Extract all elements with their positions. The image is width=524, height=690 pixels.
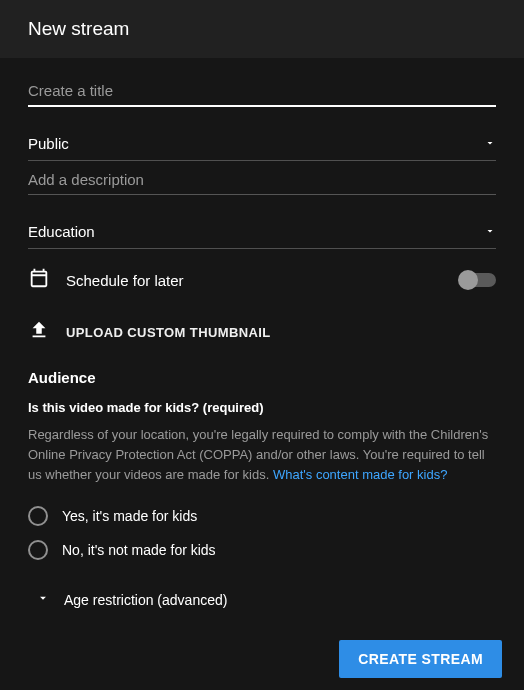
radio-label: Yes, it's made for kids [62, 508, 197, 524]
age-restriction-toggle[interactable]: Age restriction (advanced) [28, 567, 496, 609]
title-input[interactable] [28, 72, 496, 107]
radio-icon [28, 540, 48, 560]
audience-disclaimer: Regardless of your location, you're lega… [28, 425, 496, 499]
visibility-select[interactable]: Public [28, 121, 496, 161]
radio-label: No, it's not made for kids [62, 542, 216, 558]
category-select[interactable]: Education [28, 209, 496, 249]
upload-icon [28, 319, 50, 345]
upload-thumbnail-button[interactable]: UPLOAD CUSTOM THUMBNAIL [28, 301, 496, 363]
dialog-footer: CREATE STREAM [339, 640, 502, 678]
calendar-icon [28, 267, 50, 293]
schedule-toggle[interactable] [460, 273, 496, 287]
radio-no-kids[interactable]: No, it's not made for kids [28, 533, 496, 567]
description-field [28, 161, 496, 195]
radio-icon [28, 506, 48, 526]
coppa-link[interactable]: What's content made for kids? [273, 467, 447, 482]
schedule-label: Schedule for later [66, 272, 444, 289]
visibility-value: Public [28, 135, 69, 152]
schedule-row: Schedule for later [28, 249, 496, 301]
title-field [28, 72, 496, 107]
new-stream-dialog: New stream Public Education Schedule for… [0, 0, 524, 690]
audience-heading: Audience [28, 363, 496, 400]
chevron-down-icon [36, 591, 50, 609]
create-stream-button[interactable]: CREATE STREAM [339, 640, 502, 678]
dialog-content: Public Education Schedule for later [0, 58, 524, 629]
category-value: Education [28, 223, 95, 240]
audience-question: Is this video made for kids? (required) [28, 400, 496, 425]
age-restriction-label: Age restriction (advanced) [64, 592, 227, 608]
dialog-header: New stream [0, 0, 524, 58]
chevron-down-icon [484, 223, 496, 240]
radio-yes-kids[interactable]: Yes, it's made for kids [28, 499, 496, 533]
chevron-down-icon [484, 135, 496, 152]
upload-thumbnail-label: UPLOAD CUSTOM THUMBNAIL [66, 325, 271, 340]
dialog-title: New stream [28, 18, 496, 40]
description-input[interactable] [28, 161, 496, 195]
